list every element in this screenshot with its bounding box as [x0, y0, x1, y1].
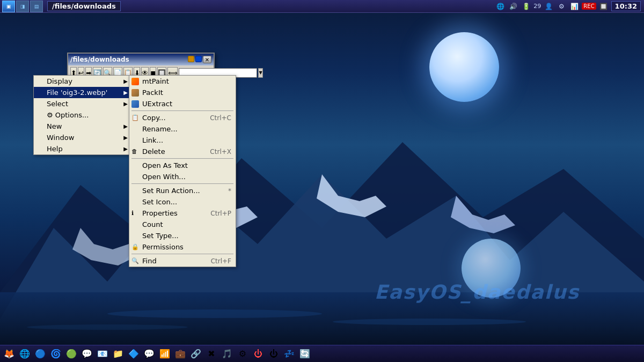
menu-item-properties[interactable]: ℹ Properties Ctrl+P: [129, 208, 236, 219]
taskbar-app3[interactable]: 🔷: [127, 347, 141, 361]
taskbar-firefox[interactable]: 🦊: [2, 347, 16, 361]
properties-icon: ℹ: [131, 210, 134, 217]
taskbar-power-red[interactable]: ⏻: [251, 347, 265, 361]
top-app-icon-3[interactable]: ▤: [30, 1, 43, 12]
volume-icon[interactable]: 🔊: [508, 1, 518, 12]
menu-item-new[interactable]: New ▶: [34, 121, 132, 132]
svg-point-8: [333, 319, 526, 325]
separator-2: [131, 158, 233, 159]
svg-marker-4: [451, 196, 515, 233]
taskbar-sleep[interactable]: 💤: [282, 347, 296, 361]
taskbar-close[interactable]: ✖: [204, 347, 218, 361]
address-dropdown[interactable]: ▼: [258, 68, 262, 78]
arrow-icon-file: ▶: [123, 90, 128, 95]
separator-1: [131, 110, 233, 111]
menu-item-select[interactable]: Select ▶: [34, 98, 132, 109]
arrow-icon-new: ▶: [123, 123, 128, 129]
menu-item-set-run-action[interactable]: Set Run Action... *: [129, 185, 236, 196]
properties-shortcut: Ctrl+P: [210, 210, 231, 217]
taskbar-linkedin[interactable]: 💼: [173, 347, 187, 361]
menu-item-find[interactable]: 🔍 Find Ctrl+F: [129, 255, 236, 267]
top-bar-right: 🌐 🔊 🔋 29 👤 ⚙ 📊 REC 🔲 10:32: [495, 1, 644, 12]
rec-badge: REC: [582, 3, 596, 10]
packit-icon: [131, 88, 139, 97]
battery-icon[interactable]: 🔋: [521, 1, 531, 12]
taskbar-refresh[interactable]: 🔄: [298, 347, 312, 361]
top-app-icon-2[interactable]: ◨: [16, 1, 29, 12]
separator-3: [131, 183, 233, 184]
menu-item-copy[interactable]: 📋 Copy... Ctrl+C: [129, 112, 236, 123]
arrow-icon-select: ▶: [123, 101, 128, 107]
monitor-icon[interactable]: 📊: [569, 1, 580, 12]
file-manager-titlebar: /files/downloads ✕: [68, 54, 214, 65]
copy-shortcut: Ctrl+C: [210, 114, 231, 122]
find-shortcut: Ctrl+F: [211, 257, 231, 265]
svg-rect-6: [0, 292, 644, 346]
run-action-shortcut: *: [228, 187, 231, 195]
menu-item-options[interactable]: ⚙ Options...: [34, 109, 132, 121]
taskbar-app2[interactable]: 🟢: [64, 347, 78, 361]
mtpaint-icon: [131, 77, 139, 85]
screen-icon[interactable]: 🔲: [598, 1, 609, 12]
menu-item-uextract[interactable]: UExtract: [129, 98, 236, 109]
taskbar-link[interactable]: 🔗: [189, 347, 203, 361]
arrow-icon-help: ▶: [123, 146, 128, 152]
minimize-button[interactable]: [188, 56, 194, 62]
svg-point-7: [107, 309, 322, 318]
taskbar-network[interactable]: 📶: [158, 347, 172, 361]
menu-item-rename[interactable]: Rename...: [129, 123, 236, 135]
menu-item-delete[interactable]: 🗑 Delete Ctrl+X: [129, 146, 236, 157]
user-icon[interactable]: 👤: [543, 1, 554, 12]
taskbar-music[interactable]: 🎵: [220, 347, 234, 361]
taskbar-chrome[interactable]: 🔵: [33, 347, 47, 361]
top-app-icon-1[interactable]: ▣: [2, 1, 15, 12]
menu-item-display[interactable]: Display ▶: [34, 76, 132, 87]
menu-item-file[interactable]: File 'oig3-2.webp' ▶: [34, 87, 132, 98]
menu-item-open-with[interactable]: Open With...: [129, 171, 236, 182]
delete-icon: 🗑: [131, 148, 137, 155]
top-taskbar: ▣ ◨ ▤ /files/downloads 🌐 🔊 🔋 29 👤 ⚙ 📊 RE…: [0, 0, 644, 13]
menu-item-help[interactable]: Help ▶: [34, 143, 132, 154]
maximize-button[interactable]: [195, 56, 202, 62]
svg-marker-1: [0, 174, 644, 346]
settings-icon[interactable]: ⚙: [556, 1, 567, 12]
menu-item-link[interactable]: Link...: [129, 135, 236, 146]
moon-top: [429, 32, 499, 102]
menu-item-set-icon[interactable]: Set Icon...: [129, 196, 236, 208]
battery-percent: 29: [533, 3, 541, 10]
svg-point-9: [27, 324, 188, 330]
menu-item-mtpaint[interactable]: mtPaint: [129, 76, 236, 87]
top-bar-left: ▣ ◨ ▤: [0, 1, 43, 12]
menu-item-permissions[interactable]: 🔒 Permissions: [129, 241, 236, 253]
taskbar-settings2[interactable]: ⚙: [236, 347, 250, 361]
find-icon: 🔍: [131, 257, 139, 264]
taskbar-msg[interactable]: 💬: [142, 347, 156, 361]
close-button[interactable]: ✕: [203, 56, 211, 63]
menu-item-packit[interactable]: PackIt: [129, 87, 236, 98]
desktop: EasyOS_daedalus ▣ ◨ ▤ /files/downloads 🌐…: [0, 0, 644, 362]
file-manager-title: /files/downloads: [70, 56, 129, 63]
uextract-icon: [131, 100, 139, 108]
svg-marker-0: [0, 142, 644, 346]
delete-shortcut: Ctrl+X: [210, 148, 231, 156]
time-display: 10:32: [611, 1, 641, 11]
menu-item-set-type[interactable]: Set Type...: [129, 230, 236, 241]
taskbar-email[interactable]: 📧: [96, 347, 109, 361]
taskbar-chat[interactable]: 💬: [80, 347, 94, 361]
separator-4: [131, 254, 233, 254]
network-icon[interactable]: 🌐: [495, 1, 506, 12]
menu-item-window[interactable]: Window ▶: [34, 132, 132, 143]
arrow-icon: ▶: [123, 78, 128, 84]
arrow-icon-window: ▶: [123, 135, 128, 141]
menu-item-open-text[interactable]: Open As Text: [129, 160, 236, 171]
taskbar-files[interactable]: 📁: [111, 347, 125, 361]
svg-marker-3: [317, 174, 386, 217]
left-context-menu: Display ▶ File 'oig3-2.webp' ▶ Select ▶ …: [33, 75, 133, 155]
taskbar-app1[interactable]: 🌀: [49, 347, 63, 361]
top-bar-path[interactable]: /files/downloads: [47, 1, 121, 11]
menu-item-count[interactable]: Count: [129, 219, 236, 230]
taskbar-browser[interactable]: 🌐: [18, 347, 32, 361]
taskbar-power[interactable]: ⏻: [267, 347, 281, 361]
moon-bottom: [462, 239, 521, 298]
right-context-menu: mtPaint PackIt UExtract 📋 Copy... Ctrl+C…: [129, 75, 236, 267]
